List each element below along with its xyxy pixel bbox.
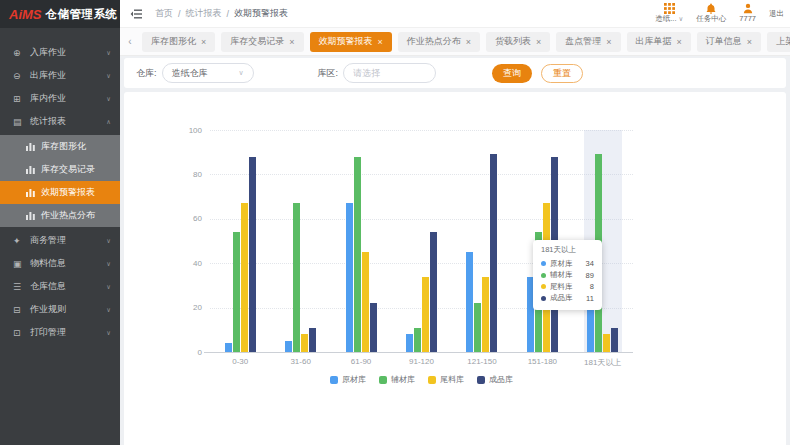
tab-expiry-warning[interactable]: 效期预警报表× [310,32,392,52]
warehouse-switcher-label: 造纸... [655,14,676,23]
bar-1-3[interactable] [414,328,421,352]
sidebar-subitem-inventory-graph[interactable]: 库存图形化 [0,135,120,158]
bell-icon [706,3,716,14]
tab-label: 上架规则 [776,35,790,48]
bar-2-1[interactable] [301,334,308,352]
sidebar-item-warehouse[interactable]: ☰仓库信息∨ [0,275,120,298]
chevron-down-icon: ∨ [106,237,111,244]
bar-3-3[interactable] [430,232,437,352]
bar-0-3[interactable] [406,334,413,352]
tab-close-icon[interactable]: × [466,37,471,47]
sidebar-item-rules[interactable]: ⊟作业规则∨ [0,298,120,321]
bar-1-2[interactable] [354,157,361,352]
bar-0-2[interactable] [346,203,353,352]
y-axis-label: 60 [176,214,202,223]
bar-1-1[interactable] [293,203,300,352]
bar-1-4[interactable] [474,303,481,352]
chart-legend: 原材库辅材库尾料库成品库 [210,374,633,385]
bar-2-3[interactable] [422,277,429,352]
bar-2-4[interactable] [482,277,489,352]
tooltip-series-dot [541,273,546,278]
x-axis-label: 61-90 [331,357,391,366]
tooltip-series-name: 辅材库 [550,270,573,280]
sidebar-item-label: 库内作业 [30,92,106,105]
breadcrumb-item[interactable]: 统计报表 [186,7,222,20]
x-axis-label: 91-120 [391,357,451,366]
tabs-scroll-left-icon[interactable]: ‹ [124,36,136,47]
bar-chart-icon [26,188,35,197]
sidebar-collapse-icon[interactable] [130,8,143,20]
tab-order-info[interactable]: 订单信息× [697,32,761,52]
bar-0-1[interactable] [285,341,292,352]
tab-close-icon[interactable]: × [606,37,611,47]
breadcrumb-item[interactable]: 首页 [155,7,173,20]
sidebar-subitem-label: 效期预警报表 [41,186,95,199]
sidebar-subitem-label: 库存交易记录 [41,163,95,176]
tab-outbound-docs[interactable]: 出库单据× [627,32,691,52]
tooltip-series-name: 原材库 [550,259,573,269]
bar-3-0[interactable] [249,157,256,352]
sidebar-subitem-inventory-trans[interactable]: 库存交易记录 [0,158,120,181]
tab-close-icon[interactable]: × [747,37,752,47]
tab-close-icon[interactable]: × [201,37,206,47]
tab-label: 盘点管理 [565,35,601,48]
tooltip-series-value: 89 [577,271,594,280]
bar-3-4[interactable] [490,154,497,352]
warehouse-switcher[interactable]: 造纸...∨ [655,3,683,23]
sidebar-item-reports[interactable]: ▤统计报表∧ [0,110,120,133]
expiry-warning-chart: 0204060801000-3031-6061-9091-120121-1501… [124,92,786,445]
tab-close-icon[interactable]: × [289,37,294,47]
bar-2-0[interactable] [241,203,248,352]
tab-inventory-graph[interactable]: 库存图形化× [142,32,215,52]
x-axis-label: 151-180 [512,357,572,366]
legend-item-0[interactable]: 原材库 [330,374,366,385]
bar-0-0[interactable] [225,343,232,352]
outbound-icon: ⊖ [13,71,26,81]
bar-3-1[interactable] [309,328,316,352]
bar-2-6[interactable] [603,334,610,352]
legend-item-1[interactable]: 辅材库 [379,374,415,385]
warehouse-select[interactable]: 造纸仓库 ∨ [162,63,254,83]
sidebar-submenu: 库存图形化库存交易记录效期预警报表作业热点分布 [0,135,120,227]
bar-1-0[interactable] [233,232,240,352]
chevron-down-icon: ∨ [106,95,111,102]
task-center-button[interactable]: 任务中心 [696,3,726,23]
sidebar-item-material[interactable]: ▣物料信息∨ [0,252,120,275]
tab-label: 出库单据 [636,35,672,48]
bar-2-2[interactable] [362,252,369,352]
sidebar-item-inhouse[interactable]: ⊞库内作业∨ [0,87,120,110]
sidebar-subitem-expiry-warning[interactable]: 效期预警报表 [0,181,120,204]
logout-button[interactable]: 退出 [769,9,784,19]
bar-3-2[interactable] [370,303,377,352]
chart-tooltip: 181天以上原材库34辅材库89尾料库8成品库11 [533,240,602,310]
zone-input[interactable] [343,63,436,83]
tab-inventory-trans[interactable]: 库存交易记录× [221,32,303,52]
tab-load-list[interactable]: 货载列表× [486,32,550,52]
sidebar-menu: ⊕入库作业∨⊖出库作业∨⊞库内作业∨▤统计报表∧库存图形化库存交易记录效期预警报… [0,28,120,344]
bar-0-4[interactable] [466,252,473,352]
tab-stocktake[interactable]: 盘点管理× [556,32,620,52]
filter-bar: 仓库: 造纸仓库 ∨ 库区: 查询 重置 [124,58,786,88]
tab-close-icon[interactable]: × [536,37,541,47]
search-button[interactable]: 查询 [492,64,532,83]
warehouse-filter-label: 仓库: [136,67,157,80]
tab-close-icon[interactable]: × [378,37,383,47]
sidebar-item-label: 物料信息 [30,257,106,270]
sidebar-item-print[interactable]: ⊡打印管理∨ [0,321,120,344]
tab-close-icon[interactable]: × [677,37,682,47]
legend-item-3[interactable]: 成品库 [477,374,513,385]
tab-putaway-rules[interactable]: 上架规则× [767,32,790,52]
legend-item-2[interactable]: 尾料库 [428,374,464,385]
legend-swatch [428,376,436,384]
tab-label: 货载列表 [495,35,531,48]
sidebar-item-business[interactable]: ✦商务管理∨ [0,229,120,252]
reset-button[interactable]: 重置 [541,64,583,83]
breadcrumb-separator: / [227,9,230,19]
user-menu[interactable]: 7777 [739,3,756,23]
sidebar-item-outbound[interactable]: ⊖出库作业∨ [0,64,120,87]
sidebar-subitem-hotspot-dist[interactable]: 作业热点分布 [0,204,120,227]
sidebar-item-inbound[interactable]: ⊕入库作业∨ [0,41,120,64]
tab-hotspot-dist[interactable]: 作业热点分布× [398,32,480,52]
bar-3-6[interactable] [611,328,618,352]
main-area: 首页/统计报表/效期预警报表 造纸...∨ 任务中心 7777 退出 ‹ [120,0,790,445]
